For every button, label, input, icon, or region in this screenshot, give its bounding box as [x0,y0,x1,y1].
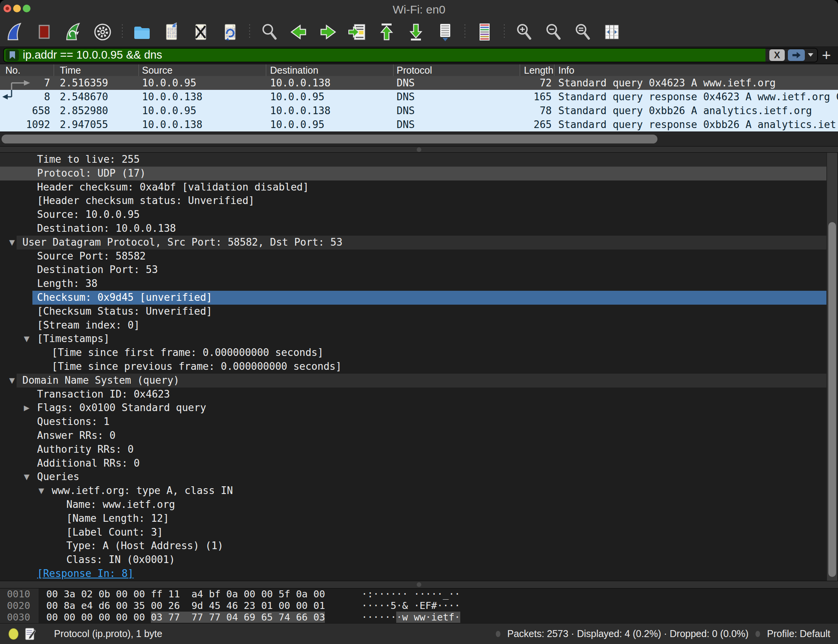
expert-info-icon[interactable] [8,628,19,640]
filter-clear-button[interactable]: X [769,49,785,61]
detail-row[interactable]: Length: 38 [0,277,838,291]
zoom-reset-button[interactable] [573,22,593,42]
packet-row[interactable]: 82.54867010.0.0.13810.0.0.95DNS165Standa… [0,90,838,104]
go-forward-button[interactable] [318,22,338,42]
resize-columns-button[interactable] [602,22,622,42]
hex-row[interactable]: 001000 3a 02 0b 00 00 ff 11 a4 bf 0a 00 … [0,588,838,600]
detail-row[interactable]: ▼Domain Name System (query) [0,374,838,388]
column-header-protocol[interactable]: Protocol [394,64,520,76]
stop-capture-button[interactable] [34,22,54,42]
detail-row[interactable]: [Time since previous frame: 0.000000000 … [0,360,838,374]
detail-row[interactable]: [Header checksum status: Unverified] [0,194,838,208]
go-to-packet-button[interactable] [347,22,367,42]
filter-bookmark-button[interactable] [6,49,19,61]
open-file-button[interactable] [132,22,152,42]
find-packet-button[interactable] [259,22,279,42]
detail-row[interactable]: Time to live: 255 [0,153,838,167]
profile-label[interactable]: Profile: Default [767,628,830,639]
go-back-button[interactable] [289,22,309,42]
start-capture-button[interactable] [5,22,25,42]
vertical-scrollbar-thumb[interactable] [828,222,836,577]
detail-row[interactable]: [Label Count: 3] [0,526,838,539]
hex-row[interactable]: 003000 00 00 00 00 00 03 77 77 77 04 69 … [0,612,838,623]
auto-scroll-button[interactable] [435,22,455,42]
hex-ascii[interactable]: ·····5·& ·EF#···· [362,600,460,612]
detail-row[interactable]: [Checksum Status: Unverified] [0,305,838,319]
detail-row[interactable]: [Name Length: 12] [0,512,838,526]
detail-row[interactable]: [Response In: 8] [0,567,838,581]
hex-row[interactable]: 002000 8a e4 d6 00 35 00 26 9d 45 46 23 … [0,600,838,612]
detail-row[interactable]: Protocol: UDP (17) [0,167,838,180]
horizontal-scrollbar-thumb[interactable] [2,135,657,143]
hex-segment: 00 8a e4 d6 00 35 00 26 9d 45 46 23 01 0… [46,600,325,611]
go-to-first-button[interactable] [377,22,397,42]
column-header-info[interactable]: Info [554,64,838,76]
restart-capture-button[interactable] [63,22,83,42]
vertical-scrollbar[interactable] [827,153,837,581]
detail-row[interactable]: Source: 10.0.0.95 [0,208,838,222]
detail-row[interactable]: Header checksum: 0xa4bf [validation disa… [0,180,838,194]
filter-input-area[interactable] [4,49,765,62]
reload-file-button[interactable]: 010100110101110 [220,22,240,42]
zoom-in-button[interactable] [514,22,534,42]
collapse-triangle-icon[interactable]: ▼ [20,332,33,346]
column-header-time[interactable]: Time [54,64,139,76]
capture-options-button[interactable] [93,22,113,42]
close-file-button[interactable]: 010100110101110 [191,22,211,42]
divider-grip-icon[interactable] [417,147,421,152]
packet-row[interactable]: 6582.85298010.0.0.9510.0.0.138DNS78Stand… [0,104,838,118]
divider-grip-icon[interactable] [417,582,421,587]
hex-ascii[interactable]: ·:······ ·····_·· [362,588,460,600]
pane-divider-top[interactable] [0,146,838,153]
expand-triangle-icon[interactable]: ▶ [20,401,33,415]
hex-bytes[interactable]: 00 3a 02 0b 00 00 ff 11 a4 bf 0a 00 00 5… [46,588,325,600]
collapse-triangle-icon[interactable]: ▼ [35,484,48,498]
detail-row[interactable]: ▶Flags: 0x0100 Standard query [0,401,838,415]
display-filter-field[interactable]: X [3,48,818,62]
column-header-destination[interactable]: Destination [266,64,394,76]
detail-row[interactable]: [Time since first frame: 0.000000000 sec… [0,346,838,360]
horizontal-scrollbar[interactable] [0,131,838,146]
detail-row[interactable]: ▼www.ietf.org: type A, class IN [0,484,838,498]
detail-row[interactable]: Questions: 1 [0,415,838,429]
detail-row[interactable]: [Stream index: 0] [0,319,838,332]
collapse-triangle-icon[interactable]: ▼ [20,470,33,484]
detail-row[interactable]: Name: www.ietf.org [0,498,838,512]
detail-text: Queries [37,470,79,484]
detail-row[interactable]: Additional RRs: 0 [0,457,838,470]
filter-apply-button[interactable] [788,49,805,61]
collapse-triangle-icon[interactable]: ▼ [5,236,19,250]
detail-row[interactable]: Destination: 10.0.0.138 [0,222,838,236]
packet-cell-length: 265 [520,118,554,131]
detail-row[interactable]: Source Port: 58582 [0,250,838,263]
column-header-length[interactable]: Length [520,64,554,76]
collapse-triangle-icon[interactable]: ▼ [5,374,19,388]
packet-row[interactable]: 10922.94705510.0.0.13810.0.0.95DNS265Sta… [0,118,838,131]
column-header-no[interactable]: No. [0,64,54,76]
go-to-last-button[interactable] [406,22,426,42]
detail-row[interactable]: ▼[Timestamps] [0,332,838,346]
colorize-packets-button[interactable] [475,22,495,42]
capture-comment-icon[interactable] [25,627,36,641]
zoom-out-button[interactable] [543,22,563,42]
detail-row[interactable]: Checksum: 0x9d45 [unverified] [0,291,838,305]
detail-row[interactable]: Class: IN (0x0001) [0,553,838,567]
hex-bytes[interactable]: 00 00 00 00 00 00 03 77 77 77 04 69 65 7… [46,612,325,623]
save-file-button[interactable]: 010100110101110 [161,22,181,42]
detail-row[interactable]: Transaction ID: 0x4623 [0,388,838,401]
filter-input[interactable] [23,49,765,61]
packet-row[interactable]: 72.51635910.0.0.9510.0.0.138DNS72Standar… [0,76,838,90]
filter-add-button[interactable]: + [818,47,835,63]
filter-dropdown-caret[interactable] [808,53,813,57]
detail-row[interactable]: Destination Port: 53 [0,263,838,277]
detail-row[interactable]: Type: A (Host Address) (1) [0,539,838,553]
detail-row[interactable]: ▼Queries [0,470,838,484]
detail-row[interactable]: Authority RRs: 0 [0,443,838,457]
reload-file-icon: 010100110101110 [220,22,240,42]
detail-row[interactable]: Answer RRs: 0 [0,429,838,443]
hex-bytes[interactable]: 00 8a e4 d6 00 35 00 26 9d 45 46 23 01 0… [46,600,325,612]
pane-divider-bottom[interactable] [0,581,838,588]
column-header-source[interactable]: Source [139,64,266,76]
hex-ascii[interactable]: ·······w ww·ietf· [362,612,460,623]
detail-row[interactable]: ▼User Datagram Protocol, Src Port: 58582… [0,236,838,250]
